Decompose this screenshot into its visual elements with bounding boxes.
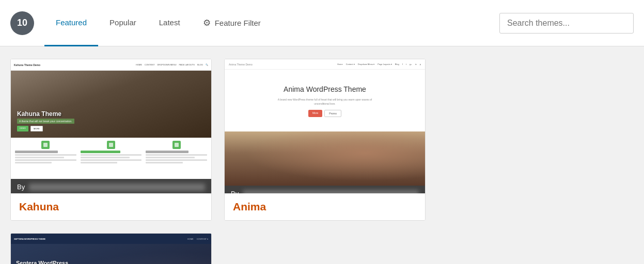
theme-card-septera[interactable]: SEPTERA WORDPRESS THEME HOMECONTENT ▾ [10,233,212,264]
septera-nav-logo: SEPTERA WORDPRESS THEME [14,238,183,240]
kahuna-icon-1 [41,141,50,149]
kahuna-hero-buttons: DEMO MORE [17,126,74,131]
septera-preview: SEPTERA WORDPRESS THEME HOMECONTENT ▾ [11,234,211,264]
septera-content: Septera WordPress Theme Because seven, a… [16,259,83,264]
septera-hero: Septera WordPress Theme Because seven, a… [11,244,211,264]
tab-featured[interactable]: Featured [44,0,98,46]
anima-more-btn: More [308,110,322,117]
top-bar: 10 Featured Popular Latest ⚙ Feature Fil… [0,0,644,46]
tab-latest[interactable]: Latest [148,0,192,46]
feature-filter-label: Feature Filter [215,19,261,27]
gear-icon: ⚙ [203,18,211,28]
anima-by-label: By [231,190,239,193]
theme-card-kahuna[interactable]: Kahuna Theme Demo HOMECONTENTDROPDOWN ME… [10,59,212,221]
kahuna-icon-2 [107,141,115,149]
kahuna-col-3 [145,141,208,176]
anima-buttons: More Promo [235,110,415,117]
kahuna-nav-links: HOMECONTENTDROPDOWN MENUPAGE LAYOUTSBLOG… [136,63,208,66]
anima-nav: Anima Theme Demo HomeContent ▾Dropdown M… [225,59,425,70]
feature-filter-button[interactable]: ⚙ Feature Filter [192,0,272,46]
kahuna-hero-image: Kahuna Theme A theme that will not break… [11,71,211,138]
kahuna-nav-logo: Kahuna Theme Demo [14,63,131,67]
kahuna-hero-text: Kahuna Theme A theme that will not break… [15,108,76,134]
kahuna-hero-title: Kahuna Theme [17,110,74,118]
kahuna-col-1 [14,141,77,176]
anima-author-name-blurred [243,190,419,194]
kahuna-more-btn: MORE [30,126,43,131]
anima-nav-logo: Anima Theme Demo [229,63,332,66]
kahuna-author: By [11,179,211,193]
theme-count: 10 [17,18,27,28]
septera-title: Septera WordPress Theme [16,259,83,264]
search-themes-input[interactable] [499,13,634,34]
kahuna-preview: Kahuna Theme Demo HOMECONTENTDROPDOWN ME… [11,59,211,193]
kahuna-demo-btn: DEMO [17,126,28,131]
septera-nav-links: HOMECONTENT ▾ [187,238,208,240]
themes-wrapper: Kahuna Theme Demo HOMECONTENTDROPDOWN ME… [0,46,644,264]
kahuna-icon-3 [172,141,181,149]
anima-hero: Anima WordPress Theme A brand new WordPr… [225,70,425,131]
anima-nav-links: HomeContent ▾Dropdown Menu ▾Page Layouts… [337,63,421,65]
theme-nav-tabs: Featured Popular Latest ⚙ Feature Filter [44,0,499,46]
anima-author: By [225,186,425,193]
anima-theme-name: Anima [225,193,425,220]
anima-photo [225,131,425,186]
kahuna-hero-subtitle: A theme that will not break your concent… [17,119,74,124]
tab-popular[interactable]: Popular [98,0,148,46]
themes-grid: Kahuna Theme Demo HOMECONTENTDROPDOWN ME… [0,46,644,264]
anima-promo-btn: Promo [324,110,341,117]
motorcycle-icon [134,254,211,264]
theme-card-anima[interactable]: Anima Theme Demo HomeContent ▾Dropdown M… [224,59,426,221]
kahuna-theme-name: Kahuna [11,193,211,220]
anima-preview: Anima Theme Demo HomeContent ▾Dropdown M… [225,59,425,193]
anima-desc: A brand new WordPress theme full of hear… [273,97,376,106]
kahuna-col-2 [80,141,143,176]
kahuna-author-name-blurred [29,184,205,191]
kahuna-by-label: By [17,183,25,191]
kahuna-bottom [11,138,211,179]
anima-title: Anima WordPress Theme [235,85,415,93]
kahuna-hero: Kahuna Theme A theme that will not break… [11,71,211,138]
kahuna-nav: Kahuna Theme Demo HOMECONTENTDROPDOWN ME… [11,59,211,71]
theme-count-badge: 10 [10,11,34,35]
septera-nav: SEPTERA WORDPRESS THEME HOMECONTENT ▾ [11,234,211,244]
